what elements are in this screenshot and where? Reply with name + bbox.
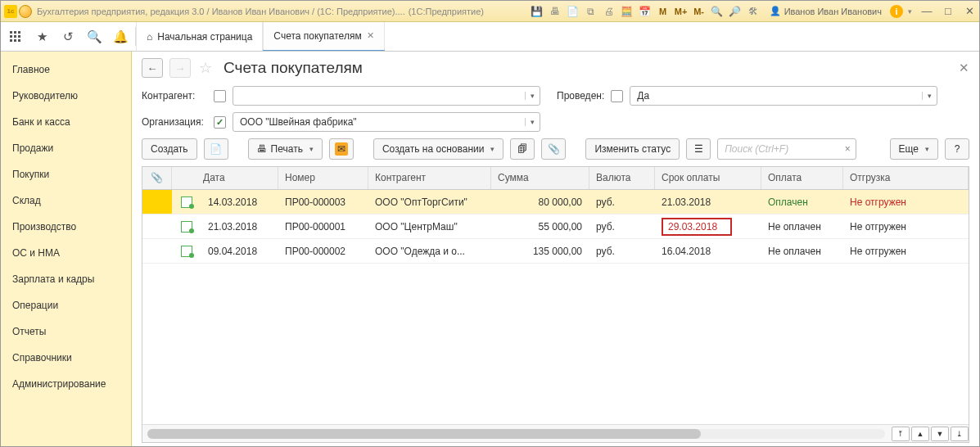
- svg-rect-0: [10, 31, 12, 34]
- row-marker: [142, 214, 172, 238]
- zoom-in-icon[interactable]: 🔍: [711, 5, 724, 18]
- cell-shipment: Не отгружен: [843, 196, 969, 208]
- sidebar-item-4[interactable]: Покупки: [1, 161, 131, 187]
- scroll-first-button[interactable]: ⤒: [892, 427, 910, 441]
- more-button[interactable]: Еще▾: [890, 138, 938, 160]
- search-nav-icon[interactable]: 🔍: [86, 29, 102, 45]
- current-user[interactable]: 👤 Иванов Иван Иванович: [770, 6, 882, 16]
- col-payment[interactable]: Оплата: [761, 167, 843, 189]
- content: ← → ☆ Счета покупателям ✕ Контрагент: ▾ …: [132, 52, 979, 446]
- sidebar-item-1[interactable]: Руководителю: [1, 83, 131, 109]
- col-due[interactable]: Срок оплаты: [655, 167, 761, 189]
- sidebar-item-6[interactable]: Производство: [1, 214, 131, 240]
- sidebar-item-0[interactable]: Главное: [1, 56, 131, 83]
- table-header: 📎 Дата Номер Контрагент Сумма Валюта Сро…: [142, 167, 969, 190]
- sidebar-item-12[interactable]: Администрирование: [1, 371, 131, 397]
- memory-m-button[interactable]: M: [657, 5, 670, 18]
- save-icon[interactable]: 💾: [531, 5, 544, 18]
- search-placeholder: Поиск (Ctrl+F): [718, 143, 839, 155]
- dropdown-icon: ▾: [922, 92, 937, 100]
- sidebar-item-2[interactable]: Банк и касса: [1, 109, 131, 135]
- col-attach[interactable]: 📎: [142, 167, 172, 189]
- cell-due: 21.03.2018: [655, 196, 761, 208]
- counterparty-checkbox[interactable]: [214, 90, 226, 102]
- search-input[interactable]: Поиск (Ctrl+F) ×: [717, 138, 856, 160]
- counterparty-label: Контрагент:: [142, 90, 207, 102]
- table-row[interactable]: 09.04.2018ПР00-000002ООО "Одежда и о...1…: [142, 239, 969, 264]
- info-icon[interactable]: i: [890, 5, 903, 18]
- info-dropdown-icon[interactable]: ▾: [908, 7, 912, 16]
- memory-mplus-button[interactable]: M+: [675, 5, 688, 18]
- attach-button[interactable]: 📎: [541, 138, 566, 160]
- help-button[interactable]: ?: [945, 138, 969, 160]
- home-icon: ⌂: [147, 31, 152, 43]
- notifications-icon[interactable]: 🔔: [112, 29, 129, 45]
- org-checkbox[interactable]: [214, 116, 226, 129]
- zoom-out-icon[interactable]: 🔎: [729, 5, 742, 18]
- page-close-button[interactable]: ✕: [959, 61, 969, 75]
- calculator-icon[interactable]: 🧮: [621, 5, 634, 18]
- sidebar-item-5[interactable]: Склад: [1, 187, 131, 214]
- table-row[interactable]: 14.03.2018ПР00-000003ООО "ОптТоргСити"80…: [142, 190, 969, 214]
- posted-label: Проведен:: [557, 90, 604, 102]
- change-status-button[interactable]: Изменить статус: [585, 138, 680, 160]
- email-button[interactable]: ✉: [329, 138, 354, 160]
- app-logo-icon: 1c: [4, 5, 17, 18]
- counterparty-combo[interactable]: ▾: [233, 86, 540, 106]
- col-shipment[interactable]: Отгрузка: [843, 167, 969, 189]
- print2-icon[interactable]: 🖨: [603, 5, 616, 18]
- maximize-button[interactable]: □: [942, 5, 955, 18]
- history-icon[interactable]: ↺: [60, 29, 76, 45]
- sidebar-item-11[interactable]: Справочники: [1, 345, 131, 371]
- print-button[interactable]: 🖶Печать▾: [248, 138, 323, 160]
- favorite-toggle-icon[interactable]: ☆: [199, 59, 212, 77]
- col-number[interactable]: Номер: [278, 167, 368, 189]
- apps-icon[interactable]: [7, 29, 24, 45]
- window-subtitle: (1С:Предприятие): [409, 7, 484, 16]
- sidebar-item-7[interactable]: ОС и НМА: [1, 240, 131, 266]
- sidebar-item-8[interactable]: Зарплата и кадры: [1, 266, 131, 292]
- calendar-icon[interactable]: 📅: [639, 5, 652, 18]
- table-row[interactable]: 21.03.2018ПР00-000001ООО "ЦентрМаш"55 00…: [142, 214, 969, 239]
- tab-close-icon[interactable]: ✕: [367, 30, 374, 41]
- org-combo[interactable]: ООО "Швейная фабрика" ▾: [233, 112, 540, 132]
- nav-back-button[interactable]: ←: [142, 58, 163, 78]
- print-icon[interactable]: 🖶: [549, 5, 562, 18]
- favorites-icon[interactable]: ★: [34, 29, 50, 45]
- system-menu-button[interactable]: [19, 5, 32, 18]
- cell-shipment: Не отгружен: [843, 221, 969, 233]
- compare-icon[interactable]: ⧉: [585, 5, 598, 18]
- tab-home[interactable]: ⌂ Начальная страница: [136, 22, 263, 51]
- registry-button[interactable]: 🗐: [510, 138, 535, 160]
- create-based-button[interactable]: Создать на основании▾: [373, 138, 504, 160]
- sidebar-item-9[interactable]: Операции: [1, 292, 131, 318]
- close-window-button[interactable]: ✕: [963, 5, 976, 18]
- tab-invoices[interactable]: Счета покупателям ✕: [263, 22, 384, 51]
- col-counterparty[interactable]: Контрагент: [368, 167, 491, 189]
- nav-forward-button[interactable]: →: [169, 58, 191, 78]
- minimize-button[interactable]: —: [920, 5, 933, 18]
- scroll-up-button[interactable]: ▲: [911, 427, 929, 441]
- posted-combo[interactable]: Да ▾: [630, 86, 937, 106]
- col-sum[interactable]: Сумма: [491, 167, 589, 189]
- horizontal-scrollbar[interactable]: [147, 429, 885, 439]
- create-button[interactable]: Создать: [142, 138, 197, 160]
- search-clear-icon[interactable]: ×: [839, 143, 856, 155]
- col-currency[interactable]: Валюта: [589, 167, 655, 189]
- cell-counterparty: ООО "Одежда и о...: [368, 246, 491, 257]
- table-body: 14.03.2018ПР00-000003ООО "ОптТоргСити"80…: [142, 190, 969, 424]
- scroll-last-button[interactable]: ⤓: [951, 427, 969, 441]
- scroll-down-button[interactable]: ▼: [931, 427, 949, 441]
- svg-rect-2: [18, 31, 20, 34]
- cell-payment: Не оплачен: [761, 246, 843, 257]
- memory-mminus-button[interactable]: M-: [693, 5, 706, 18]
- copy-button[interactable]: 📄: [204, 138, 228, 160]
- cell-number: ПР00-000002: [278, 246, 368, 257]
- col-date[interactable]: Дата: [172, 167, 278, 189]
- sidebar-item-3[interactable]: Продажи: [1, 135, 131, 161]
- tools-icon[interactable]: 🛠: [747, 5, 760, 18]
- sidebar-item-10[interactable]: Отчеты: [1, 318, 131, 345]
- doc-icon[interactable]: 📄: [567, 5, 580, 18]
- posted-checkbox[interactable]: [611, 90, 623, 102]
- list-settings-button[interactable]: ☰: [686, 138, 711, 160]
